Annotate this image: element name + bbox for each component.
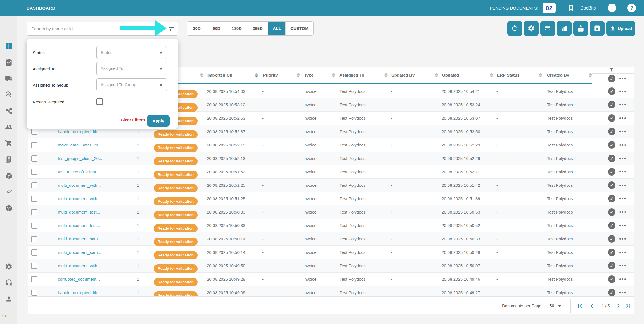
row-menu-icon[interactable]	[619, 114, 626, 122]
settings-button[interactable]	[524, 21, 539, 36]
organization-icon[interactable]	[567, 4, 575, 12]
pending-documents-count[interactable]: 02	[543, 3, 556, 13]
row-menu-icon[interactable]	[619, 128, 626, 135]
last-page-button[interactable]	[625, 297, 632, 314]
row-menu-icon[interactable]	[619, 101, 626, 108]
sort-type[interactable]	[332, 73, 335, 78]
column-filter-funnel-icon[interactable]	[609, 67, 614, 73]
row-menu-icon[interactable]	[619, 75, 626, 82]
next-page-button[interactable]	[615, 297, 622, 314]
info-icon[interactable]: i	[608, 4, 616, 12]
validation-badge-icon[interactable]: ✓	[608, 289, 615, 296]
row-menu-icon[interactable]	[619, 289, 626, 296]
per-page-caret-icon[interactable]	[558, 305, 561, 307]
column-header-updated[interactable]: Updated	[442, 67, 459, 84]
row-menu-icon[interactable]	[619, 155, 626, 162]
table-row[interactable]: corrupted_document... 1 Ready for valida…	[28, 273, 634, 286]
row-menu-icon[interactable]	[619, 141, 626, 149]
validation-badge-icon[interactable]: ✓	[608, 141, 615, 149]
tab-365d[interactable]: 365D	[247, 22, 268, 35]
row-menu-icon[interactable]	[619, 235, 626, 243]
sidebar-item-workflow[interactable]	[0, 107, 17, 115]
row-checkbox[interactable]	[31, 276, 37, 282]
validation-badge-icon[interactable]: ✓	[608, 114, 615, 122]
table-row[interactable]: multi_document_sam... 1 Ready for valida…	[28, 246, 634, 259]
column-header-erp-status[interactable]: ERP Status	[497, 67, 520, 84]
validation-badge-icon[interactable]: ✓	[608, 101, 615, 108]
validation-badge-icon[interactable]: ✓	[608, 275, 615, 283]
validation-badge-icon[interactable]: ✓	[608, 87, 615, 95]
row-menu-icon[interactable]	[619, 87, 626, 95]
refresh-button[interactable]	[507, 21, 522, 36]
table-row[interactable]: multi_document_with... 1 Ready for valid…	[28, 259, 634, 273]
sort-imported-on[interactable]	[255, 73, 258, 78]
statistics-button[interactable]	[557, 21, 572, 36]
row-checkbox[interactable]	[31, 169, 37, 175]
sidebar-item-users[interactable]	[0, 123, 17, 131]
row-checkbox[interactable]	[31, 290, 37, 296]
sort-status[interactable]	[200, 73, 203, 78]
upload-button[interactable]: Upload	[606, 21, 635, 36]
row-menu-icon[interactable]	[619, 168, 626, 176]
row-checkbox[interactable]	[31, 236, 37, 242]
sidebar-item-settings[interactable]	[0, 262, 17, 270]
validation-badge-icon[interactable]: ✓	[608, 181, 615, 189]
row-menu-icon[interactable]	[619, 262, 626, 269]
tab-180d[interactable]: 180D	[226, 22, 247, 35]
tab-custom[interactable]: CUSTOM	[286, 22, 313, 35]
row-menu-icon[interactable]	[619, 208, 626, 216]
table-row[interactable]: test_microsoft_client... 1 Ready for val…	[28, 165, 634, 179]
validation-badge-icon[interactable]: ✓	[608, 128, 615, 135]
apply-filters-button[interactable]: Apply	[147, 115, 170, 127]
table-row[interactable]: move_email_after_im... 1 Ready for valid…	[28, 138, 634, 152]
previous-page-button[interactable]	[588, 297, 595, 314]
validation-badge-icon[interactable]: ✓	[608, 155, 615, 162]
table-row[interactable]: multi_document_with... 1 Ready for valid…	[28, 179, 634, 192]
tab-all[interactable]: ALL	[268, 22, 286, 35]
sidebar-item-integrations[interactable]	[0, 188, 17, 196]
filter-tune-icon[interactable]	[168, 25, 175, 32]
row-checkbox[interactable]	[31, 196, 37, 202]
validation-badge-icon[interactable]: ✓	[608, 195, 615, 202]
assigned-to-filter-select[interactable]: Assigned To	[96, 62, 167, 75]
sidebar-item-products[interactable]	[0, 204, 17, 212]
column-header-imported-on[interactable]: Imported On	[207, 67, 232, 84]
column-header-created-by[interactable]: Created By	[547, 67, 569, 84]
sidebar-item-shipments[interactable]	[0, 74, 17, 82]
sort-priority[interactable]	[297, 73, 300, 78]
doc-name-link[interactable]: multi_document_test...	[58, 219, 100, 232]
table-row[interactable]: multi_document_test... 1 Ready for valid…	[28, 219, 634, 232]
validation-badge-icon[interactable]: ✓	[608, 249, 615, 256]
sort-updated[interactable]	[490, 73, 493, 78]
restart-required-checkbox[interactable]	[96, 98, 103, 105]
validation-badge-icon[interactable]: ✓	[608, 208, 615, 216]
per-page-select[interactable]: 50	[550, 297, 554, 314]
export-button[interactable]	[590, 21, 605, 36]
sidebar-item-invoices[interactable]	[0, 155, 17, 163]
validation-badge-icon[interactable]: ✓	[608, 222, 615, 229]
sidebar-item-support[interactable]	[0, 279, 17, 287]
assigned-to-group-filter-select[interactable]: Assigned To Group	[96, 78, 167, 91]
row-checkbox[interactable]	[31, 182, 37, 188]
clear-filters-button[interactable]: Clear Filters	[113, 117, 152, 125]
doc-name-link[interactable]: multi_document_test...	[58, 205, 100, 219]
doc-name-link[interactable]: multi_document_sam...	[58, 232, 101, 246]
doc-name-link[interactable]: multi_document_sam...	[58, 246, 101, 259]
sort-updated-by[interactable]	[435, 73, 438, 78]
row-menu-icon[interactable]	[619, 275, 626, 283]
row-checkbox[interactable]	[31, 209, 37, 215]
email-import-button[interactable]	[573, 21, 588, 36]
table-row[interactable]: multi_document_test... 1 Ready for valid…	[28, 205, 634, 219]
validation-badge-icon[interactable]: ✓	[608, 168, 615, 176]
table-row[interactable]: test_google_client_20... 1 Ready for val…	[28, 152, 634, 165]
row-menu-icon[interactable]	[619, 181, 626, 189]
column-header-updated-by[interactable]: Updated By	[391, 67, 415, 84]
sort-erp-status[interactable]	[539, 73, 542, 78]
sidebar-item-analytics[interactable]	[0, 91, 17, 98]
row-checkbox[interactable]	[31, 263, 37, 269]
row-checkbox[interactable]	[31, 129, 37, 135]
validation-badge-icon[interactable]: ✓	[608, 75, 615, 82]
sidebar-item-profile[interactable]	[0, 295, 17, 303]
table-row[interactable]: multi_document_with... 1 Ready for valid…	[28, 192, 634, 205]
tab-90d[interactable]: 90D	[207, 22, 226, 35]
